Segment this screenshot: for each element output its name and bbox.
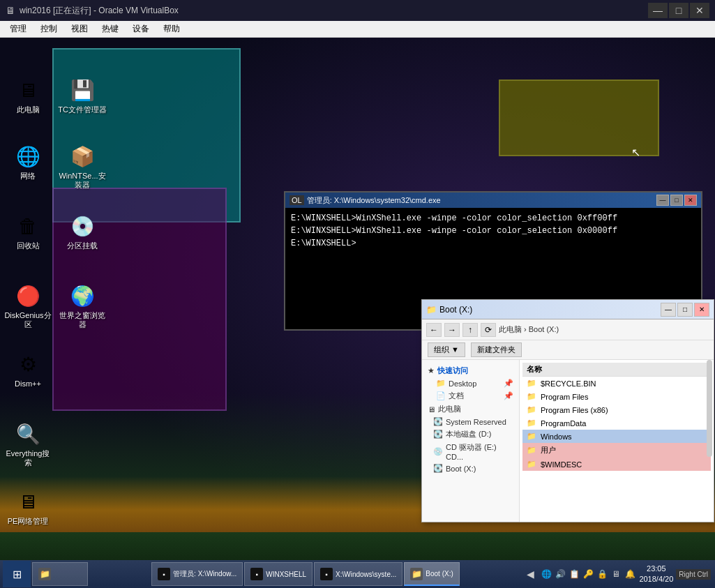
tray-notify[interactable]: 🔔 [624, 568, 636, 580]
back-button[interactable]: ← [426, 323, 442, 337]
start-button[interactable]: ⊞ [3, 561, 31, 587]
explorer-close[interactable]: ✕ [694, 303, 709, 317]
right-ctrl-button[interactable]: Right Ctrl [676, 569, 711, 580]
menu-help[interactable]: 帮助 [156, 22, 187, 36]
this-pc-icon: 🖥 [14, 76, 42, 104]
quick-access-label: 快速访问 [437, 365, 468, 376]
tray-network[interactable]: 🌐 [540, 568, 552, 580]
icon-recycle[interactable]: 🗑 回收站 [3, 212, 52, 250]
cmd-maximize[interactable]: □ [670, 195, 683, 206]
task-boot-label: Boot (X:) [426, 570, 453, 578]
sidebar-boot-x[interactable]: 💽 Boot (X:) [425, 462, 516, 474]
file-program-files[interactable]: 📁 Program Files [522, 390, 711, 403]
recycle-icon: 🗑 [14, 212, 42, 240]
cmd-minimize[interactable]: — [656, 195, 669, 206]
task-winxshell[interactable]: ▪ WINXSHELL [244, 562, 313, 586]
desktop: 🖥 此电脑 💾 TC文件管理器 🌐 网络 📦 WinNTSe...安装器 🗑 回… [0, 38, 715, 588]
sidebar-quick-access[interactable]: ★ 快速访问 [425, 364, 516, 377]
explorer-minimize[interactable]: — [661, 303, 676, 317]
menu-control[interactable]: 控制 [33, 22, 64, 36]
files-header: 名称 [522, 363, 711, 377]
explorer-main: 名称 📁 $RECYCLE.BIN 📁 Program Files 📁 Prog… [520, 360, 714, 522]
windows-folder-icon: 📁 [527, 432, 536, 441]
clock-time: 23:05 [639, 564, 673, 574]
icon-diskgenius[interactable]: 🔴 DiskGenius分区 [3, 282, 52, 329]
menu-view[interactable]: 视图 [64, 22, 95, 36]
icon-everything[interactable]: 🔍 Everything搜索 [3, 420, 52, 467]
cd-e-icon: 💿 [433, 447, 443, 456]
task-cmd-windows[interactable]: ▪ X:\Windows\syste... [314, 562, 402, 586]
program-files-name: Program Files [541, 393, 588, 401]
sidebar-cd-e[interactable]: 💿 CD 驱动器 (E:) CD... [425, 441, 516, 462]
breadcrumb-text: 此电脑 › Boot (X:) [499, 324, 559, 335]
tray-display[interactable]: 🖥 [610, 568, 622, 580]
clock[interactable]: 23:05 2018/4/20 [639, 564, 673, 585]
dismpp-label: Dism++ [15, 379, 41, 389]
file-wimdesc[interactable]: 📁 $WIMDESC [522, 458, 711, 471]
sidebar-this-pc[interactable]: 🖥 此电脑 [425, 402, 516, 416]
cmd-controls: — □ ✕ [656, 195, 697, 206]
cmd-content: E:\WINXSHELL>WinXShell.exe -winpe -color… [285, 208, 701, 254]
sidebar-system-reserved[interactable]: 💽 System Reserved [425, 416, 516, 428]
sidebar-this-pc-label: 此电脑 [438, 404, 461, 414]
users-name: 用户 [541, 445, 556, 455]
clock-date: 2018/4/20 [639, 574, 673, 585]
tray-clipboard[interactable]: 📋 [568, 568, 580, 580]
everything-label: Everything搜索 [3, 449, 52, 467]
sidebar-desktop[interactable]: 📁 Desktop 📌 [425, 377, 516, 389]
menu-bar: 管理 控制 视图 热键 设备 帮助 [0, 21, 715, 38]
task-cmd-admin[interactable]: ▪ 管理员: X:\Window... [151, 562, 243, 586]
file-program-files-x86[interactable]: 📁 Program Files (x86) [522, 403, 711, 416]
icon-pe-network[interactable]: 🖥 PE网络管理 [3, 488, 52, 526]
file-recycle-bin[interactable]: 📁 $RECYCLE.BIN [522, 377, 711, 390]
icon-dismpp[interactable]: ⚙ Dism++ [3, 350, 52, 389]
explorer-titlebar-left: 📁 Boot (X:) [426, 305, 472, 315]
file-windows[interactable]: 📁 Windows [522, 430, 711, 443]
new-folder-button[interactable]: 新建文件夹 [471, 342, 522, 357]
cmd-close[interactable]: ✕ [684, 195, 697, 206]
vbox-icon: 🖥 [6, 5, 15, 16]
icon-world-browser[interactable]: 🌍 世界之窗浏览器 [58, 282, 107, 329]
taskbar-file-manager[interactable]: 📁 [32, 562, 88, 586]
diskgenius-icon: 🔴 [14, 282, 42, 310]
task-cmd-label: 管理员: X:\Window... [173, 569, 236, 579]
boot-x-icon: 💽 [433, 464, 443, 473]
tray-lock[interactable]: 🔒 [596, 568, 608, 580]
world-browser-label: 世界之窗浏览器 [58, 311, 107, 329]
file-users[interactable]: 📁 用户 [522, 443, 711, 458]
icon-network[interactable]: 🌐 网络 [3, 142, 52, 181]
icon-partition-mount[interactable]: 💿 分区挂载 [58, 212, 107, 250]
menu-manage[interactable]: 管理 [3, 22, 33, 36]
close-button[interactable]: ✕ [690, 3, 709, 18]
icon-winnt-setup[interactable]: 📦 WinNTSe...安装器 [58, 142, 107, 190]
forward-button[interactable]: → [444, 323, 460, 337]
sidebar-sys-reserved-label: System Reserved [446, 418, 506, 426]
refresh-button[interactable]: ⟳ [481, 323, 496, 337]
explorer-nav: ← → ↑ ⟳ 此电脑 › Boot (X:) [422, 319, 714, 340]
tray-security[interactable]: 🔑 [582, 568, 594, 580]
explorer-maximize[interactable]: □ [677, 303, 693, 317]
sidebar-docs-label: 文档 [449, 391, 464, 401]
icon-tc-manager[interactable]: 💾 TC文件管理器 [58, 76, 107, 114]
menu-hotkey[interactable]: 热键 [95, 22, 126, 36]
maximize-button[interactable]: □ [669, 3, 688, 18]
cmd-line-2: E:\WINXSHELL>WinXShell.exe -winpe -color… [291, 225, 695, 237]
sidebar-docs[interactable]: 📄 文档 📌 [425, 389, 516, 402]
network-icon: 🌐 [14, 142, 42, 170]
file-programdata[interactable]: 📁 ProgramData [522, 416, 711, 430]
winnt-label: WinNTSe...安装器 [58, 172, 107, 190]
prev-icon[interactable]: ◀ [523, 567, 537, 581]
sidebar-local-d[interactable]: 💽 本地磁盘 (D:) [425, 428, 516, 441]
explorer-folder-icon: 📁 [426, 305, 437, 315]
quick-access-icon: ★ [428, 366, 435, 375]
minimize-button[interactable]: — [648, 3, 668, 18]
icon-this-pc[interactable]: 🖥 此电脑 [3, 76, 52, 114]
explorer-controls: — □ ✕ [661, 303, 709, 317]
tray-volume[interactable]: 🔊 [554, 568, 566, 580]
organize-button[interactable]: 组织 ▼ [428, 342, 465, 357]
title-bar: 🖥 win2016 [正在运行] - Oracle VM VirtualBox … [0, 0, 715, 21]
task-boot-explorer[interactable]: 📁 Boot (X:) [404, 562, 460, 586]
menu-device[interactable]: 设备 [126, 22, 156, 36]
up-button[interactable]: ↑ [462, 323, 478, 337]
explorer-scrollbar[interactable] [707, 360, 712, 457]
